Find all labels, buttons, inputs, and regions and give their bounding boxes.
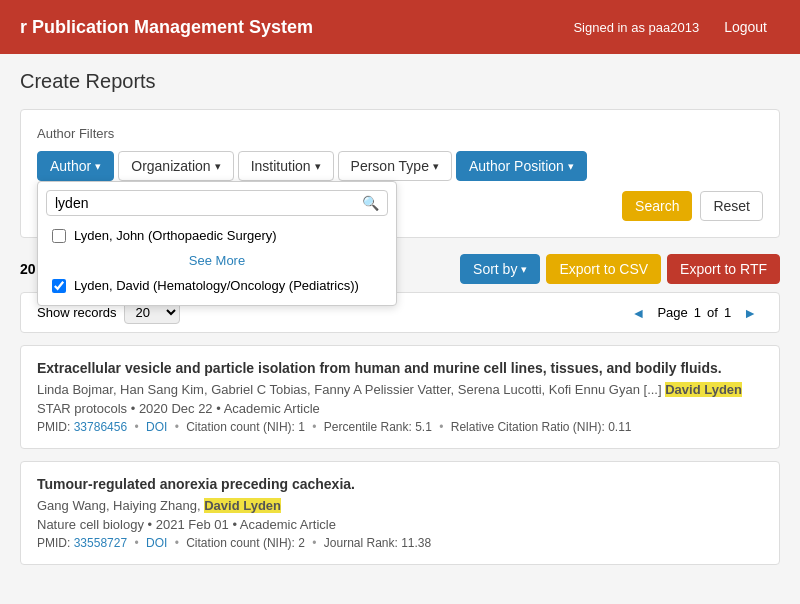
signed-in-label: Signed in as paa2013 <box>573 20 699 35</box>
author-item-lyden-john[interactable]: Lyden, John (Orthopaedic Surgery) <box>46 224 388 247</box>
article-authors-2: Gang Wang, Haiying Zhang, David Lyden <box>37 498 763 513</box>
year-2: 2021 Feb 01 <box>156 517 229 532</box>
author-checkbox-lyden-john[interactable] <box>52 229 66 243</box>
pmid-link-1[interactable]: 33786456 <box>74 420 127 434</box>
app-title: r Publication Management System <box>20 17 313 38</box>
article-authors-1: Linda Bojmar, Han Sang Kim, Gabriel C To… <box>37 382 763 397</box>
total-pages: 1 <box>724 305 731 320</box>
organization-filter-button[interactable]: Organization <box>118 151 233 181</box>
page-separator: of <box>707 305 718 320</box>
author-dropdown-wrapper: Author 🔍 Lyden, John (Orthopaedic Surger… <box>37 151 114 181</box>
show-records-label: Show records <box>37 305 116 320</box>
article-ids-1: PMID: 33786456 • DOI • Citation count (N… <box>37 420 763 434</box>
export-rtf-button[interactable]: Export to RTF <box>667 254 780 284</box>
prev-page-button[interactable]: ◄ <box>626 303 652 323</box>
author-item-lyden-david[interactable]: Lyden, David (Hematology/Oncology (Pedia… <box>46 274 388 297</box>
type-1: Academic Article <box>224 401 320 416</box>
authors-truncated-1: [...] <box>644 382 662 397</box>
journal-1: STAR protocols <box>37 401 127 416</box>
author-search-input[interactable] <box>55 195 362 211</box>
current-page: 1 <box>694 305 701 320</box>
sort-by-button[interactable]: Sort by <box>460 254 540 284</box>
relative-citation-1: Relative Citation Ratio (NIH): 0.11 <box>451 420 632 434</box>
export-csv-button[interactable]: Export to CSV <box>546 254 661 284</box>
article-title-1: Extracellular vesicle and particle isola… <box>37 360 763 376</box>
type-2: Academic Article <box>240 517 336 532</box>
article-meta-2: Nature cell biology • 2021 Feb 01 • Acad… <box>37 517 763 532</box>
page-label: Page <box>657 305 687 320</box>
article-ids-2: PMID: 33558727 • DOI • Citation count (N… <box>37 536 763 550</box>
author-search-wrapper: 🔍 <box>46 190 388 216</box>
pmid-label-2: PMID: <box>37 536 70 550</box>
pmid-link-2[interactable]: 33558727 <box>74 536 127 550</box>
article-meta-1: STAR protocols • 2020 Dec 22 • Academic … <box>37 401 763 416</box>
filter-card: Author Filters Author 🔍 Lyden, John (Ort… <box>20 109 780 238</box>
citation-count-1: Citation count (NIH): 1 <box>186 420 305 434</box>
filter-section-label: Author Filters <box>37 126 763 141</box>
author-dropdown-menu: 🔍 Lyden, John (Orthopaedic Surgery) See … <box>37 181 397 306</box>
year-1: 2020 Dec 22 <box>139 401 213 416</box>
page-info: ◄ Page 1 of 1 ► <box>626 303 763 323</box>
article-card-1: Extracellular vesicle and particle isola… <box>20 345 780 449</box>
authors-highlighted-1: David Lyden <box>665 382 742 397</box>
results-actions: Sort by Export to CSV Export to RTF <box>460 254 780 284</box>
author-filter-button[interactable]: Author <box>37 151 114 181</box>
doi-link-2[interactable]: DOI <box>146 536 167 550</box>
authors-highlighted-2: David Lyden <box>204 498 281 513</box>
relative-citation-2: Journal Rank: 11.38 <box>324 536 431 550</box>
author-position-filter-button[interactable]: Author Position <box>456 151 587 181</box>
doi-link-1[interactable]: DOI <box>146 420 167 434</box>
authors-prefix-2: Gang Wang, Haiying Zhang, <box>37 498 201 513</box>
see-more-link[interactable]: See More <box>46 249 388 272</box>
page-title: Create Reports <box>20 70 780 93</box>
header: r Publication Management System Signed i… <box>0 0 800 54</box>
article-card-2: Tumour-regulated anorexia preceding cach… <box>20 461 780 565</box>
citation-count-2: Citation count (NIH): 2 <box>186 536 305 550</box>
filter-buttons-row: Author 🔍 Lyden, John (Orthopaedic Surger… <box>37 151 763 181</box>
journal-2: Nature cell biology <box>37 517 144 532</box>
main-content: Create Reports Author Filters Author 🔍 <box>0 54 800 593</box>
author-checkbox-lyden-david[interactable] <box>52 279 66 293</box>
reset-button[interactable]: Reset <box>700 191 763 221</box>
header-right: Signed in as paa2013 Logout <box>573 12 780 42</box>
authors-prefix-1: Linda Bojmar, Han Sang Kim, Gabriel C To… <box>37 382 640 397</box>
pmid-label-1: PMID: <box>37 420 70 434</box>
percentile-rank-1: Percentile Rank: 5.1 <box>324 420 432 434</box>
article-title-2: Tumour-regulated anorexia preceding cach… <box>37 476 763 492</box>
person-type-filter-button[interactable]: Person Type <box>338 151 452 181</box>
search-icon: 🔍 <box>362 195 379 211</box>
next-page-button[interactable]: ► <box>737 303 763 323</box>
search-button[interactable]: Search <box>622 191 692 221</box>
logout-button[interactable]: Logout <box>711 12 780 42</box>
institution-filter-button[interactable]: Institution <box>238 151 334 181</box>
